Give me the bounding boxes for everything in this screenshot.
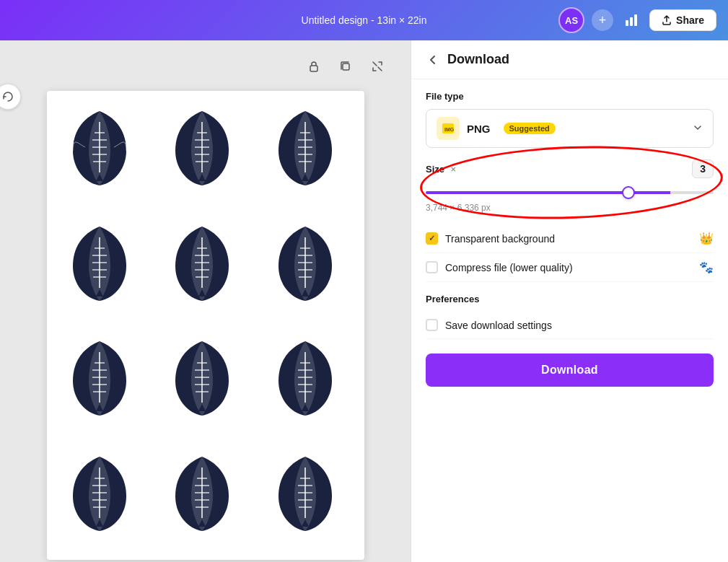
compress-row: Compress file (lower quality) 🐾 [426, 253, 714, 282]
preferences-section: Preferences Save download settings [426, 294, 714, 339]
football-cell-11 [155, 442, 249, 543]
football-cell-6 [258, 212, 352, 313]
png-label: PNG [467, 123, 491, 135]
save-settings-left: Save download settings [426, 319, 552, 331]
transparent-bg-left: Transparent background [426, 232, 555, 245]
transparent-bg-row: Transparent background 👑 [426, 224, 714, 253]
football-cell-9 [258, 327, 352, 428]
file-type-label: File type [426, 91, 714, 102]
panel-body: File type IMG PNG Suggested [411, 79, 728, 398]
size-label: Size [426, 164, 444, 175]
panel-title: Download [447, 52, 509, 67]
share-label: Share [676, 14, 704, 26]
suggested-badge: Suggested [504, 123, 556, 134]
svg-rect-3 [310, 66, 317, 71]
canvas-area [0, 40, 411, 562]
size-value: 3 [692, 159, 714, 178]
preferences-label: Preferences [426, 294, 714, 304]
avatar: AS [558, 7, 584, 33]
header-right: AS + Share [558, 7, 716, 33]
svg-rect-2 [634, 14, 637, 26]
svg-rect-0 [626, 20, 628, 26]
svg-rect-1 [630, 17, 633, 26]
save-settings-row: Save download settings [426, 312, 714, 339]
expand-icon-button[interactable] [366, 55, 389, 78]
compress-left: Compress file (lower quality) [426, 261, 573, 273]
football-cell-10 [53, 442, 146, 543]
canvas-content [47, 91, 364, 560]
download-panel: Download File type IMG PNG Suggested [411, 40, 728, 562]
refresh-button[interactable] [0, 84, 21, 110]
football-cell-1 [53, 97, 146, 198]
panel-header: Download [411, 40, 728, 79]
football-cell-12 [258, 442, 352, 543]
download-button[interactable]: Download [426, 354, 714, 387]
crown-icon: 👑 [699, 232, 714, 245]
png-icon: IMG [437, 117, 460, 140]
chevron-down-icon [693, 123, 703, 135]
transparent-bg-label: Transparent background [445, 233, 555, 245]
compress-checkbox[interactable] [426, 261, 438, 273]
football-cell-8 [155, 327, 249, 428]
size-label-group: Size × [426, 162, 456, 175]
design-title: Untitled design - 13in × 22in [302, 14, 427, 26]
share-button[interactable]: Share [649, 9, 716, 31]
save-settings-label: Save download settings [445, 320, 552, 331]
football-cell-5 [155, 212, 249, 313]
chart-button[interactable] [620, 9, 642, 31]
size-header: Size × 3 [426, 159, 714, 178]
football-cell-3 [258, 97, 352, 198]
transparent-bg-checkbox[interactable] [426, 232, 438, 245]
back-button[interactable] [426, 53, 440, 67]
duplicate-icon-button[interactable] [334, 55, 357, 78]
football-cell-7 [53, 327, 146, 428]
add-button[interactable]: + [592, 9, 613, 31]
svg-text:IMG: IMG [444, 127, 455, 132]
size-multiplier: × [450, 164, 456, 175]
size-slider[interactable] [426, 191, 714, 194]
lock-icon-button[interactable] [302, 55, 325, 78]
compress-label: Compress file (lower quality) [445, 262, 573, 273]
dimension-text: 3,744 × 6,336 px [426, 203, 714, 213]
app-header: Untitled design - 13in × 22in AS + Share [0, 0, 728, 40]
save-settings-checkbox[interactable] [426, 319, 438, 331]
main-area: Download File type IMG PNG Suggested [0, 40, 728, 562]
size-section: Size × 3 3,744 × 6,336 px [426, 159, 714, 213]
file-type-left: IMG PNG Suggested [437, 117, 556, 140]
football-cell-4 [53, 212, 146, 313]
file-type-dropdown[interactable]: IMG PNG Suggested [426, 109, 714, 148]
football-cell-2 [155, 97, 249, 198]
svg-rect-4 [343, 63, 349, 70]
compress-crown-icon: 🐾 [699, 260, 714, 274]
toolbar-icons [302, 55, 389, 78]
